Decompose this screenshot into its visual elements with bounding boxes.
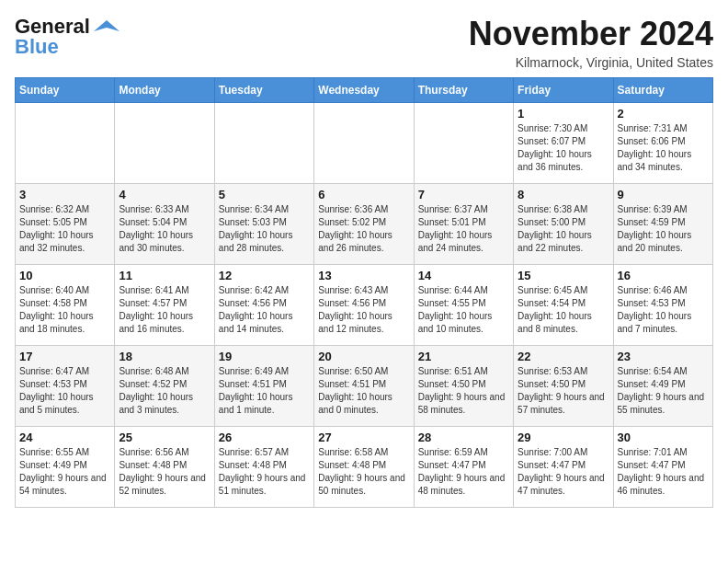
day-number: 3 bbox=[19, 188, 110, 201]
calendar-cell: 27Sunrise: 6:58 AMSunset: 4:48 PMDayligh… bbox=[314, 427, 414, 508]
cell-content: Sunrise: 6:45 AMSunset: 4:54 PMDaylight:… bbox=[518, 284, 609, 336]
calendar-cell: 28Sunrise: 6:59 AMSunset: 4:47 PMDayligh… bbox=[414, 427, 513, 508]
cell-content: Sunrise: 6:48 AMSunset: 4:52 PMDaylight:… bbox=[119, 365, 210, 417]
day-number: 18 bbox=[119, 350, 210, 363]
calendar-cell bbox=[115, 103, 214, 184]
calendar-table: SundayMondayTuesdayWednesdayThursdayFrid… bbox=[15, 77, 713, 508]
cell-content: Sunrise: 6:58 AMSunset: 4:48 PMDaylight:… bbox=[318, 446, 409, 498]
calendar-cell: 1Sunrise: 7:30 AMSunset: 6:07 PMDaylight… bbox=[514, 103, 613, 184]
cell-content: Sunrise: 7:01 AMSunset: 4:47 PMDaylight:… bbox=[618, 446, 709, 498]
calendar-cell bbox=[214, 103, 313, 184]
calendar-cell: 3Sunrise: 6:32 AMSunset: 5:05 PMDaylight… bbox=[16, 184, 115, 265]
day-number: 22 bbox=[518, 350, 609, 363]
header-wednesday: Wednesday bbox=[314, 78, 414, 103]
cell-content: Sunrise: 6:51 AMSunset: 4:50 PMDaylight:… bbox=[418, 365, 509, 417]
day-number: 11 bbox=[119, 269, 210, 282]
cell-content: Sunrise: 6:41 AMSunset: 4:57 PMDaylight:… bbox=[119, 284, 210, 336]
week-row-3: 10Sunrise: 6:40 AMSunset: 4:58 PMDayligh… bbox=[16, 265, 713, 346]
day-number: 21 bbox=[418, 350, 509, 363]
calendar-cell: 10Sunrise: 6:40 AMSunset: 4:58 PMDayligh… bbox=[16, 265, 115, 346]
day-number: 9 bbox=[618, 188, 709, 201]
logo-blue-text: Blue bbox=[15, 35, 59, 59]
calendar-cell: 30Sunrise: 7:01 AMSunset: 4:47 PMDayligh… bbox=[613, 427, 712, 508]
calendar-cell: 29Sunrise: 7:00 AMSunset: 4:47 PMDayligh… bbox=[514, 427, 613, 508]
header-monday: Monday bbox=[115, 78, 214, 103]
header-tuesday: Tuesday bbox=[214, 78, 313, 103]
calendar-cell: 13Sunrise: 6:43 AMSunset: 4:56 PMDayligh… bbox=[314, 265, 414, 346]
day-number: 4 bbox=[119, 188, 210, 201]
day-number: 6 bbox=[318, 188, 409, 201]
svg-marker-0 bbox=[94, 20, 119, 31]
header-friday: Friday bbox=[514, 78, 613, 103]
calendar-cell: 8Sunrise: 6:38 AMSunset: 5:00 PMDaylight… bbox=[514, 184, 613, 265]
calendar-cell: 23Sunrise: 6:54 AMSunset: 4:49 PMDayligh… bbox=[613, 346, 712, 427]
day-number: 5 bbox=[219, 188, 310, 201]
cell-content: Sunrise: 6:49 AMSunset: 4:51 PMDaylight:… bbox=[219, 365, 310, 417]
cell-content: Sunrise: 7:30 AMSunset: 6:07 PMDaylight:… bbox=[518, 122, 609, 174]
week-row-2: 3Sunrise: 6:32 AMSunset: 5:05 PMDaylight… bbox=[16, 184, 713, 265]
day-number: 26 bbox=[219, 431, 310, 444]
day-number: 23 bbox=[618, 350, 709, 363]
day-number: 7 bbox=[418, 188, 509, 201]
month-title: November 2024 bbox=[469, 15, 713, 53]
cell-content: Sunrise: 6:34 AMSunset: 5:03 PMDaylight:… bbox=[219, 203, 310, 255]
day-number: 14 bbox=[418, 269, 509, 282]
calendar-cell: 26Sunrise: 6:57 AMSunset: 4:48 PMDayligh… bbox=[214, 427, 313, 508]
calendar-cell: 19Sunrise: 6:49 AMSunset: 4:51 PMDayligh… bbox=[214, 346, 313, 427]
calendar-cell: 14Sunrise: 6:44 AMSunset: 4:55 PMDayligh… bbox=[414, 265, 513, 346]
week-row-1: 1Sunrise: 7:30 AMSunset: 6:07 PMDaylight… bbox=[16, 103, 713, 184]
cell-content: Sunrise: 6:59 AMSunset: 4:47 PMDaylight:… bbox=[418, 446, 509, 498]
cell-content: Sunrise: 6:43 AMSunset: 4:56 PMDaylight:… bbox=[318, 284, 409, 336]
day-number: 19 bbox=[219, 350, 310, 363]
day-number: 30 bbox=[618, 431, 709, 444]
day-number: 13 bbox=[318, 269, 409, 282]
calendar-cell: 22Sunrise: 6:53 AMSunset: 4:50 PMDayligh… bbox=[514, 346, 613, 427]
calendar-cell: 25Sunrise: 6:56 AMSunset: 4:48 PMDayligh… bbox=[115, 427, 214, 508]
logo: General Blue bbox=[15, 15, 119, 59]
calendar-cell: 20Sunrise: 6:50 AMSunset: 4:51 PMDayligh… bbox=[314, 346, 414, 427]
day-number: 25 bbox=[119, 431, 210, 444]
day-number: 12 bbox=[219, 269, 310, 282]
calendar-cell: 5Sunrise: 6:34 AMSunset: 5:03 PMDaylight… bbox=[214, 184, 313, 265]
cell-content: Sunrise: 6:54 AMSunset: 4:49 PMDaylight:… bbox=[618, 365, 709, 417]
calendar-cell bbox=[414, 103, 513, 184]
calendar-cell: 4Sunrise: 6:33 AMSunset: 5:04 PMDaylight… bbox=[115, 184, 214, 265]
location-subtitle: Kilmarnock, Virginia, United States bbox=[469, 55, 713, 70]
calendar-cell bbox=[314, 103, 414, 184]
cell-content: Sunrise: 6:33 AMSunset: 5:04 PMDaylight:… bbox=[119, 203, 210, 255]
day-number: 29 bbox=[518, 431, 609, 444]
cell-content: Sunrise: 6:56 AMSunset: 4:48 PMDaylight:… bbox=[119, 446, 210, 498]
day-number: 28 bbox=[418, 431, 509, 444]
title-block: November 2024 Kilmarnock, Virginia, Unit… bbox=[469, 15, 713, 70]
cell-content: Sunrise: 6:32 AMSunset: 5:05 PMDaylight:… bbox=[19, 203, 110, 255]
week-row-5: 24Sunrise: 6:55 AMSunset: 4:49 PMDayligh… bbox=[16, 427, 713, 508]
cell-content: Sunrise: 6:44 AMSunset: 4:55 PMDaylight:… bbox=[418, 284, 509, 336]
cell-content: Sunrise: 6:57 AMSunset: 4:48 PMDaylight:… bbox=[219, 446, 310, 498]
calendar-cell: 6Sunrise: 6:36 AMSunset: 5:02 PMDaylight… bbox=[314, 184, 414, 265]
cell-content: Sunrise: 6:50 AMSunset: 4:51 PMDaylight:… bbox=[318, 365, 409, 417]
day-number: 8 bbox=[518, 188, 609, 201]
calendar-cell: 12Sunrise: 6:42 AMSunset: 4:56 PMDayligh… bbox=[214, 265, 313, 346]
logo-bird-icon bbox=[94, 18, 119, 35]
cell-content: Sunrise: 7:00 AMSunset: 4:47 PMDaylight:… bbox=[518, 446, 609, 498]
calendar-cell: 16Sunrise: 6:46 AMSunset: 4:53 PMDayligh… bbox=[613, 265, 712, 346]
cell-content: Sunrise: 6:36 AMSunset: 5:02 PMDaylight:… bbox=[318, 203, 409, 255]
cell-content: Sunrise: 6:55 AMSunset: 4:49 PMDaylight:… bbox=[19, 446, 110, 498]
calendar-cell: 17Sunrise: 6:47 AMSunset: 4:53 PMDayligh… bbox=[16, 346, 115, 427]
header-thursday: Thursday bbox=[414, 78, 513, 103]
day-number: 20 bbox=[318, 350, 409, 363]
day-number: 17 bbox=[19, 350, 110, 363]
cell-content: Sunrise: 6:53 AMSunset: 4:50 PMDaylight:… bbox=[518, 365, 609, 417]
cell-content: Sunrise: 7:31 AMSunset: 6:06 PMDaylight:… bbox=[618, 122, 709, 174]
cell-content: Sunrise: 6:46 AMSunset: 4:53 PMDaylight:… bbox=[618, 284, 709, 336]
calendar-cell: 15Sunrise: 6:45 AMSunset: 4:54 PMDayligh… bbox=[514, 265, 613, 346]
header-saturday: Saturday bbox=[613, 78, 712, 103]
calendar-cell: 7Sunrise: 6:37 AMSunset: 5:01 PMDaylight… bbox=[414, 184, 513, 265]
day-number: 15 bbox=[518, 269, 609, 282]
calendar-cell: 21Sunrise: 6:51 AMSunset: 4:50 PMDayligh… bbox=[414, 346, 513, 427]
day-number: 1 bbox=[518, 107, 609, 121]
calendar-cell: 2Sunrise: 7:31 AMSunset: 6:06 PMDaylight… bbox=[613, 103, 712, 184]
week-row-4: 17Sunrise: 6:47 AMSunset: 4:53 PMDayligh… bbox=[16, 346, 713, 427]
calendar-cell: 11Sunrise: 6:41 AMSunset: 4:57 PMDayligh… bbox=[115, 265, 214, 346]
day-number: 2 bbox=[618, 107, 709, 121]
